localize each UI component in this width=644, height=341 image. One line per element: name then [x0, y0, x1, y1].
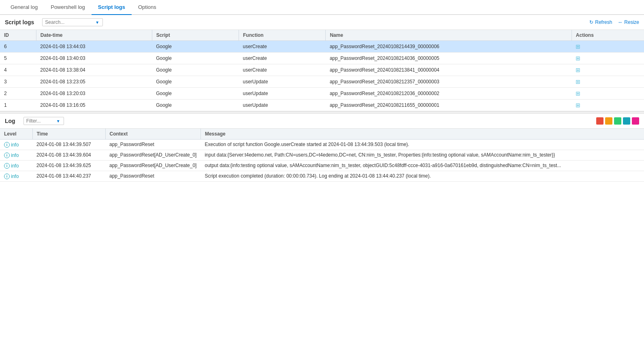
log-header: Log ▼ [0, 114, 644, 129]
cell-function: userUpdate [239, 88, 326, 100]
search-box[interactable]: ▼ [42, 18, 103, 26]
script-logs-title: Script logs [5, 19, 34, 25]
tab-options[interactable]: Options [132, 0, 163, 15]
cell-id: 4 [0, 64, 36, 76]
info-badge: i info [4, 152, 19, 158]
log-section: Log ▼ Level Time Cont [0, 114, 644, 182]
tab-powershell-log[interactable]: Powershell log [44, 0, 92, 15]
action-icon[interactable]: ⊞ [576, 67, 580, 73]
tabs-bar: General log Powershell log Script logs O… [0, 0, 644, 15]
log-cell-time: 2024-01-08 13:44:39.507 [32, 140, 105, 150]
cell-function: userCreate [239, 64, 326, 76]
log-cell-context: app_PasswordReset[AD_UserCreate_0] [105, 161, 200, 171]
tab-general-log[interactable]: General log [4, 0, 44, 15]
cell-name: app_PasswordReset_20240108213841_0000000… [326, 64, 571, 76]
action-icon[interactable]: ⊞ [576, 55, 580, 61]
info-badge: i info [4, 163, 19, 169]
cell-script: Google [152, 64, 239, 76]
log-cell-time: 2024-01-08 13:44:39.604 [32, 150, 105, 161]
cell-script: Google [152, 100, 239, 111]
info-badge: i info [4, 142, 19, 148]
resize-button[interactable]: ↔ Resize [618, 19, 639, 25]
table-header-row: ID Date-time Script Function Name Action… [0, 30, 644, 41]
info-filter-dot[interactable] [623, 117, 630, 125]
log-cell-message: Script execution completed (duration: 00… [200, 171, 644, 182]
table-row[interactable]: 5 2024-01-08 13:40:03 Google userCreate … [0, 53, 644, 64]
table-row[interactable]: 3 2024-01-08 13:23:05 Google userUpdate … [0, 76, 644, 88]
cell-function: userCreate [239, 41, 326, 53]
success-filter-dot[interactable] [614, 117, 621, 125]
debug-filter-dot[interactable] [632, 117, 639, 125]
refresh-icon: ↻ [589, 19, 593, 25]
cell-actions[interactable]: ⊞ [571, 88, 644, 100]
cell-name: app_PasswordReset_20240108214439_0000000… [326, 41, 571, 53]
cell-id: 5 [0, 53, 36, 64]
log-col-header-level: Level [0, 129, 32, 140]
info-circle-icon: i [4, 174, 10, 179]
log-filter-icons [596, 117, 639, 125]
action-icon[interactable]: ⊞ [576, 78, 580, 85]
log-row: i info 2024-01-08 13:44:40.237 app_Passw… [0, 171, 644, 182]
table-row[interactable]: 6 2024-01-08 13:44:03 Google userCreate … [0, 41, 644, 53]
action-icon[interactable]: ⊞ [576, 90, 580, 97]
table-row[interactable]: 4 2024-01-08 13:38:04 Google userCreate … [0, 64, 644, 76]
log-row: i info 2024-01-08 13:44:39.604 app_Passw… [0, 150, 644, 161]
log-cell-level: i info [0, 161, 32, 171]
log-col-header-context: Context [105, 129, 200, 140]
cell-script: Google [152, 76, 239, 88]
cell-datetime: 2024-01-08 13:38:04 [36, 64, 152, 76]
log-row: i info 2024-01-08 13:44:39.625 app_Passw… [0, 161, 644, 171]
cell-datetime: 2024-01-08 13:23:05 [36, 76, 152, 88]
table-row[interactable]: 1 2024-01-08 13:16:05 Google userUpdate … [0, 100, 644, 111]
table-row[interactable]: 2 2024-01-08 13:20:03 Google userUpdate … [0, 88, 644, 100]
cell-name: app_PasswordReset_20240108212036_0000000… [326, 88, 571, 100]
log-table-section: Level Time Context Message i info 2024-0… [0, 129, 644, 182]
log-row: i info 2024-01-08 13:44:39.507 app_Passw… [0, 140, 644, 150]
log-col-header-time: Time [32, 129, 105, 140]
warn-filter-dot[interactable] [605, 117, 612, 125]
log-cell-time: 2024-01-08 13:44:39.625 [32, 161, 105, 171]
info-badge: i info [4, 174, 19, 179]
log-cell-level: i info [0, 150, 32, 161]
log-cell-time: 2024-01-08 13:44:40.237 [32, 171, 105, 182]
refresh-label: Refresh [595, 19, 612, 25]
cell-actions[interactable]: ⊞ [571, 41, 644, 53]
cell-actions[interactable]: ⊞ [571, 100, 644, 111]
log-cell-message: output data:{info:testing optional value… [200, 161, 644, 171]
cell-actions[interactable]: ⊞ [571, 53, 644, 64]
search-input[interactable] [45, 19, 94, 25]
col-header-name: Name [326, 30, 571, 41]
refresh-button[interactable]: ↻ Refresh [589, 19, 612, 25]
log-col-header-message: Message [200, 129, 644, 140]
action-icon[interactable]: ⊞ [576, 102, 580, 108]
cell-datetime: 2024-01-08 13:16:05 [36, 100, 152, 111]
cell-id: 2 [0, 88, 36, 100]
log-header-row: Level Time Context Message [0, 129, 644, 140]
log-tbody: i info 2024-01-08 13:44:39.507 app_Passw… [0, 140, 644, 182]
cell-script: Google [152, 41, 239, 53]
info-circle-icon: i [4, 163, 10, 169]
search-dropdown-arrow[interactable]: ▼ [95, 20, 99, 25]
cell-function: userUpdate [239, 76, 326, 88]
cell-script: Google [152, 53, 239, 64]
col-header-datetime: Date-time [36, 30, 152, 41]
script-logs-table: ID Date-time Script Function Name Action… [0, 30, 644, 111]
tab-script-logs[interactable]: Script logs [92, 0, 132, 15]
cell-datetime: 2024-01-08 13:40:03 [36, 53, 152, 64]
cell-script: Google [152, 88, 239, 100]
cell-id: 3 [0, 76, 36, 88]
action-icon[interactable]: ⊞ [576, 43, 580, 50]
log-cell-message: input data:{Server:t4edemo.net, Path:CN=… [200, 150, 644, 161]
cell-actions[interactable]: ⊞ [571, 76, 644, 88]
cell-function: userCreate [239, 53, 326, 64]
cell-actions[interactable]: ⊞ [571, 64, 644, 76]
filter-input[interactable] [26, 118, 55, 124]
main-container: General log Powershell log Script logs O… [0, 0, 644, 341]
script-logs-header: Script logs ▼ ↻ Refresh ↔ Resize [0, 15, 644, 30]
cell-name: app_PasswordReset_20240108211655_0000000… [326, 100, 571, 111]
error-filter-dot[interactable] [596, 117, 603, 125]
filter-box[interactable]: ▼ [23, 117, 64, 125]
cell-name: app_PasswordReset_20240108212357_0000000… [326, 76, 571, 88]
filter-dropdown-arrow[interactable]: ▼ [56, 119, 60, 123]
info-circle-icon: i [4, 152, 10, 158]
